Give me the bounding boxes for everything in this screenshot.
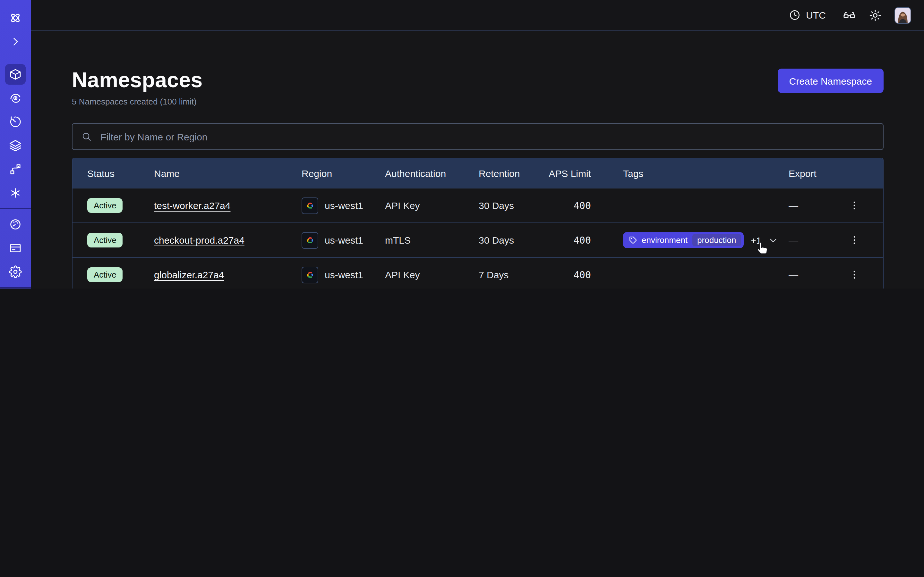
namespace-count: 5 Namespaces created (100 limit) [72, 97, 203, 106]
sidebar-item-monitor[interactable] [5, 88, 26, 108]
timezone-button[interactable]: UTC [785, 8, 830, 22]
sidebar-item-usage[interactable] [5, 214, 26, 235]
kebab-icon [849, 200, 859, 211]
region-label: us-west1 [325, 200, 363, 211]
search-icon [81, 131, 92, 142]
create-namespace-button[interactable]: Create Namespace [778, 69, 884, 93]
glasses-icon[interactable] [843, 8, 856, 22]
col-tags: Tags [591, 168, 788, 179]
region-cell: us-west1 [302, 232, 385, 248]
chevron-right-icon [10, 36, 21, 47]
tag-icon [629, 236, 637, 244]
tag-chip[interactable]: environment production [623, 232, 744, 248]
screen: 2.35.1 UTC [0, 0, 924, 288]
col-retention: Retention [479, 168, 533, 179]
row-menu-button[interactable] [846, 267, 862, 283]
auth-cell: mTLS [385, 235, 479, 245]
sidebar-divider [0, 287, 31, 288]
gear-icon [9, 266, 22, 278]
region-label: us-west1 [325, 235, 363, 245]
table-header-row: Status Name Region Authentication Retent… [73, 158, 883, 188]
col-region: Region [302, 168, 385, 179]
tags-expand-button[interactable] [768, 235, 779, 245]
asterisk-icon [9, 187, 22, 199]
gcp-logo-icon [302, 197, 318, 214]
eye-swirl-icon [9, 92, 22, 105]
aps-cell: 400 [573, 200, 591, 211]
branch-icon [9, 163, 22, 176]
credit-card-icon [9, 242, 22, 255]
sidebar-item-workflows[interactable] [5, 159, 26, 179]
col-authentication: Authentication [385, 168, 479, 179]
export-cell: — [788, 269, 840, 280]
table-row: Active checkout-prod.a27a4 us-west1 mTLS [73, 222, 883, 257]
retention-cell: 7 Days [479, 269, 533, 280]
timezone-label: UTC [806, 10, 826, 21]
tag-value: production [692, 234, 741, 246]
auth-cell: API Key [385, 200, 479, 211]
retention-cell: 30 Days [479, 200, 533, 211]
status-badge: Active [87, 233, 123, 247]
region-cell: us-west1 [302, 266, 385, 283]
temporal-logo-icon[interactable] [5, 8, 26, 28]
gcp-logo-icon [302, 232, 318, 248]
col-name: Name [154, 168, 302, 179]
namespace-link[interactable]: globalizer.a27a4 [154, 269, 224, 280]
layers-icon [9, 139, 22, 152]
col-aps-limit: APS Limit [549, 168, 591, 179]
main-content: Namespaces 5 Namespaces created (100 lim… [31, 31, 924, 288]
aps-cell: 400 [573, 269, 591, 280]
status-badge: Active [87, 268, 123, 282]
namespace-link[interactable]: checkout-prod.a27a4 [154, 235, 244, 245]
sun-icon[interactable] [869, 9, 882, 21]
sidebar-item-settings[interactable] [5, 261, 26, 282]
table-row: Active test-worker.a27a4 us-west1 API Ke… [73, 188, 883, 222]
col-export: Export [788, 168, 840, 179]
namespace-link[interactable]: test-worker.a27a4 [154, 200, 230, 211]
sidebar-item-nexus[interactable] [5, 183, 26, 203]
page-header: Namespaces 5 Namespaces created (100 lim… [72, 67, 884, 106]
sidebar-item-deployments[interactable] [5, 135, 26, 156]
row-menu-button[interactable] [846, 197, 862, 213]
table-row: Active globalizer.a27a4 us-west1 API Key [73, 257, 883, 288]
export-cell: — [788, 200, 840, 211]
row-menu-button[interactable] [846, 232, 862, 248]
kebab-icon [849, 235, 859, 245]
region-label: us-west1 [325, 269, 363, 280]
cube-icon [9, 68, 22, 81]
sidebar-item-namespaces[interactable] [5, 64, 26, 85]
clock-icon [788, 9, 801, 21]
gauge-icon [9, 218, 22, 231]
aps-cell: 400 [573, 234, 591, 246]
tag-more-count: +1 [751, 235, 761, 245]
avatar[interactable] [895, 7, 911, 23]
filter-bar [72, 123, 884, 150]
tag-key: environment [642, 235, 688, 245]
topbar: UTC [31, 0, 924, 31]
gcp-logo-icon [302, 266, 318, 283]
tags-cell: environment production +1 [591, 232, 788, 248]
sidebar-item-billing[interactable] [5, 238, 26, 258]
sidebar-expand-button[interactable] [5, 31, 26, 52]
kebab-icon [849, 269, 859, 280]
auth-cell: API Key [385, 269, 479, 280]
sidebar-divider [0, 208, 31, 209]
region-cell: us-west1 [302, 197, 385, 214]
retention-cell: 30 Days [479, 235, 533, 245]
sidebar: 2.35.1 [0, 0, 31, 288]
sidebar-item-schedules[interactable] [5, 111, 26, 132]
export-cell: — [788, 235, 840, 245]
namespaces-table: Status Name Region Authentication Retent… [72, 158, 884, 288]
col-status: Status [87, 168, 154, 179]
status-badge: Active [87, 198, 123, 213]
page-title: Namespaces [72, 67, 203, 93]
chevron-down-icon [768, 235, 779, 245]
filter-input[interactable] [99, 131, 875, 143]
countdown-timer-icon [9, 115, 22, 128]
